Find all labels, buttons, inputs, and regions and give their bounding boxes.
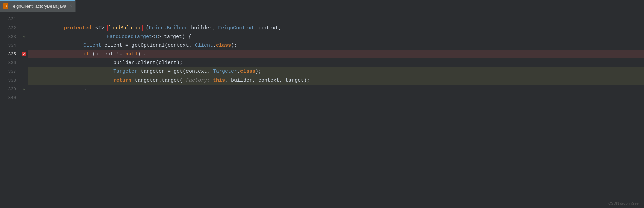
line-row-339: 339 ▽ bbox=[0, 85, 28, 93]
watermark: CSDN @JohnGee bbox=[608, 201, 639, 205]
line-row-333: 333 ▽ bbox=[0, 32, 28, 41]
tab-filename: FeignClientFactoryBean.java bbox=[10, 4, 66, 9]
type-T: T bbox=[98, 25, 101, 31]
line-row-334: 334 bbox=[0, 41, 28, 50]
code-line-336: builder.client(client); bbox=[28, 58, 644, 67]
line-number-332: 332 bbox=[0, 25, 20, 31]
line-row-332: 332 bbox=[0, 23, 28, 32]
code-text: < bbox=[95, 25, 98, 31]
line-number-336: 336 bbox=[0, 60, 20, 65]
type-HardCodedTarget: HardCodedTarget bbox=[107, 34, 152, 40]
param-hint-factory: factory: bbox=[183, 77, 210, 83]
gutter-339[interactable]: ▽ bbox=[20, 86, 28, 92]
type-Targeter-337: Targeter bbox=[113, 69, 138, 74]
code-line-334: Client client = getOptional(context, Cli… bbox=[28, 41, 644, 50]
keyword-protected: protected bbox=[63, 25, 92, 31]
line-row-340: 340 bbox=[0, 93, 28, 102]
fold-arrow-down: ▽ bbox=[23, 34, 25, 39]
code-line-337: Targeter targeter = get(context, Targete… bbox=[28, 67, 644, 76]
fold-icon-339[interactable]: ▽ bbox=[21, 86, 27, 92]
line-row-337: 337 bbox=[0, 67, 28, 76]
line-row-331: 331 bbox=[0, 15, 28, 23]
file-type-icon: C bbox=[3, 3, 8, 9]
tab-bar: C FeignClientFactoryBean.java × bbox=[0, 0, 644, 12]
keyword-this: this bbox=[213, 77, 225, 83]
breakpoint-icon-335[interactable]: ✓ bbox=[22, 52, 26, 56]
keyword-if: if bbox=[83, 51, 89, 57]
code-closing-brace: } bbox=[83, 86, 86, 92]
line-numbers-panel: 331 332 333 ▽ 334 bbox=[0, 12, 28, 208]
gutter-333[interactable]: ▽ bbox=[20, 34, 28, 39]
type-Client-334: Client bbox=[83, 43, 101, 48]
line-number-334: 334 bbox=[0, 43, 20, 48]
code-line-333: HardCodedTarget<T> target) { bbox=[28, 32, 644, 41]
code-line-340 bbox=[28, 93, 644, 102]
code-line-339: } bbox=[28, 85, 644, 93]
fold-icon-333[interactable]: ▽ bbox=[21, 34, 27, 39]
line-number-331: 331 bbox=[0, 17, 20, 22]
fold-arrow-down-339: ▽ bbox=[23, 87, 25, 92]
editor-container: C FeignClientFactoryBean.java × 331 332 … bbox=[0, 0, 644, 208]
line-number-340: 340 bbox=[0, 95, 20, 100]
code-line-335: if (client != null) { bbox=[28, 50, 644, 58]
keyword-return: return bbox=[113, 77, 131, 83]
code-area: 331 332 333 ▽ 334 bbox=[0, 12, 644, 208]
code-lines-panel: protected <T> loadBalance (Feign.Builder… bbox=[28, 12, 644, 208]
line-number-339: 339 bbox=[0, 87, 20, 92]
line-number-337: 337 bbox=[0, 69, 20, 74]
code-params: ( bbox=[146, 25, 149, 31]
line-number-335: 335 bbox=[0, 52, 20, 57]
gutter-335: ✓ bbox=[20, 52, 28, 56]
tab-close-button[interactable]: × bbox=[70, 4, 72, 8]
code-line-338: return targeter.target( factory: this, b… bbox=[28, 76, 644, 85]
line-number-338: 338 bbox=[0, 78, 20, 83]
line-number-333: 333 bbox=[0, 34, 20, 39]
code-builder-client: builder.client(client); bbox=[113, 60, 183, 66]
line-row-338: 338 bbox=[0, 76, 28, 85]
file-tab[interactable]: C FeignClientFactoryBean.java × bbox=[0, 0, 76, 12]
method-loadBalance: loadBalance bbox=[108, 25, 142, 31]
code-line-332: protected <T> loadBalance (Feign.Builder… bbox=[28, 23, 644, 32]
line-row-335: 335 ✓ bbox=[0, 50, 28, 58]
keyword-null: null bbox=[125, 51, 138, 57]
line-row-336: 336 bbox=[0, 58, 28, 67]
code-line-331 bbox=[28, 15, 644, 23]
